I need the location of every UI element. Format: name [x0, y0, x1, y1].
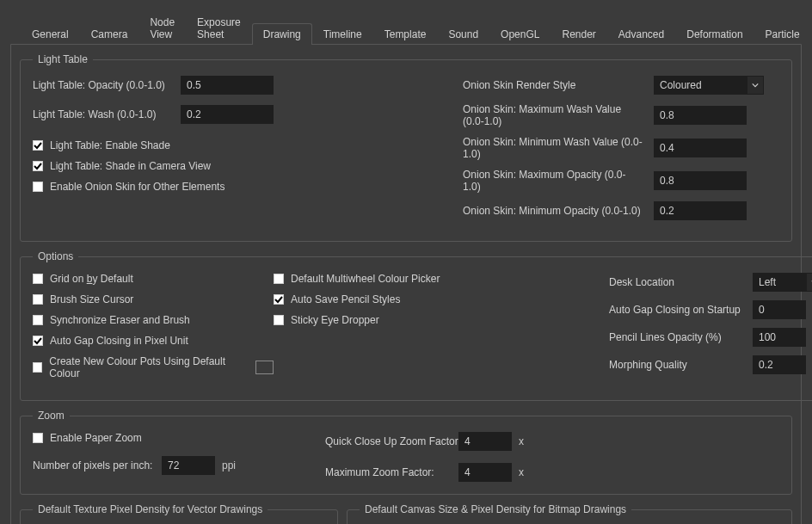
max-zoom-unit: x — [519, 466, 524, 478]
checkbox-icon — [274, 315, 284, 325]
sticky-eye-checkbox[interactable]: Sticky Eye Dropper — [274, 314, 540, 326]
tab-template[interactable]: Template — [373, 23, 438, 45]
light-table-group: Light Table Light Table: Opacity (0.0-1.… — [20, 53, 792, 242]
onion-min-opacity-label: Onion Skin: Minimum Opacity (0.0-1.0) — [463, 205, 643, 217]
enable-paper-zoom-label: Enable Paper Zoom — [50, 432, 142, 444]
lt-enable-onion-other-label: Enable Onion Skin for Other Elements — [50, 181, 225, 193]
grid-default-checkbox[interactable]: Grid on by Default — [33, 273, 274, 285]
checkbox-icon — [33, 315, 43, 325]
bitmap-defaults-legend: Default Canvas Size & Pixel Density for … — [360, 503, 631, 515]
auto-gap-startup-label: Auto Gap Closing on Startup — [609, 304, 744, 316]
lt-shade-cam-label: Light Table: Shade in Camera View — [50, 160, 211, 172]
autosave-pencil-checkbox[interactable]: Auto Save Pencil Styles — [274, 293, 540, 305]
lt-wash-label: Light Table: Wash (0.0-1.0) — [33, 108, 169, 120]
quick-zoom-unit: x — [519, 435, 524, 447]
tab-timeline[interactable]: Timeline — [312, 23, 373, 45]
onion-render-style-select[interactable]: Coloured — [654, 76, 747, 95]
morph-quality-label: Morphing Quality — [609, 359, 744, 371]
options-group: Options Grid on by Default Brush Size Cu… — [20, 250, 812, 401]
default-colour-swatch[interactable] — [255, 361, 274, 374]
tab-particle[interactable]: Particle — [754, 23, 811, 45]
onion-max-wash-label: Onion Skin: Maximum Wash Value (0.0-1.0) — [463, 103, 643, 127]
onion-max-wash-input[interactable] — [654, 106, 747, 125]
new-pots-checkbox[interactable]: Create New Colour Pots Using Default Col… — [33, 355, 274, 379]
auto-gap-startup-input[interactable] — [753, 300, 806, 319]
tab-drawing[interactable]: Drawing — [252, 23, 312, 45]
options-legend: Options — [33, 250, 78, 262]
grid-default-label: Grid on by Default — [50, 273, 133, 285]
enable-paper-zoom-checkbox[interactable]: Enable Paper Zoom — [33, 432, 325, 444]
autosave-pencil-label: Auto Save Pencil Styles — [291, 293, 400, 305]
zoom-group: Zoom Enable Paper Zoom Number of pixels … — [20, 410, 792, 495]
zoom-legend: Zoom — [33, 410, 70, 422]
lt-enable-onion-other-checkbox[interactable]: Enable Onion Skin for Other Elements — [33, 181, 463, 193]
lt-opacity-label: Light Table: Opacity (0.0-1.0) — [33, 79, 169, 91]
tab-node-view[interactable]: Node View — [138, 11, 186, 45]
sync-eraser-checkbox[interactable]: Synchronize Eraser and Brush — [33, 314, 274, 326]
tab-render[interactable]: Render — [551, 23, 606, 45]
pencil-opacity-input[interactable] — [753, 328, 806, 347]
auto-gap-pixel-checkbox[interactable]: Auto Gap Closing in Pixel Unit — [33, 335, 274, 347]
onion-min-opacity-input[interactable] — [654, 201, 747, 220]
bitmap-defaults-group: Default Canvas Size & Pixel Density for … — [347, 503, 792, 524]
lt-enable-shade-label: Light Table: Enable Shade — [50, 139, 170, 151]
checkbox-icon — [33, 182, 43, 192]
brush-cursor-checkbox[interactable]: Brush Size Cursor — [33, 293, 274, 305]
max-zoom-label: Maximum Zoom Factor: — [325, 466, 458, 478]
lt-shade-cam-checkbox[interactable]: Light Table: Shade in Camera View — [33, 160, 463, 172]
lt-opacity-input[interactable] — [181, 76, 274, 95]
desk-location-label: Desk Location — [609, 276, 744, 288]
checkbox-icon — [33, 161, 43, 171]
multiwheel-checkbox[interactable]: Default Multiwheel Colour Picker — [274, 273, 540, 285]
tab-advanced[interactable]: Advanced — [607, 23, 675, 45]
checkbox-icon — [33, 294, 43, 305]
tab-opengl[interactable]: OpenGL — [489, 23, 551, 45]
ppi-input[interactable] — [162, 456, 215, 475]
tab-deformation[interactable]: Deformation — [675, 23, 754, 45]
tab-sound[interactable]: Sound — [437, 23, 489, 45]
onion-render-style-label: Onion Skin Render Style — [463, 79, 643, 91]
quick-zoom-label: Quick Close Up Zoom Factor — [325, 435, 458, 447]
sync-eraser-label: Synchronize Eraser and Brush — [50, 314, 190, 326]
checkbox-icon — [33, 433, 43, 443]
checkbox-icon — [33, 140, 43, 151]
morph-quality-input[interactable] — [753, 355, 806, 374]
auto-gap-pixel-label: Auto Gap Closing in Pixel Unit — [50, 335, 188, 347]
checkbox-icon — [274, 274, 284, 284]
chevron-down-icon[interactable] — [747, 76, 764, 95]
max-zoom-input[interactable] — [458, 463, 512, 482]
chevron-down-icon[interactable] — [806, 273, 812, 292]
checkbox-icon — [33, 362, 42, 373]
onion-max-opacity-label: Onion Skin: Maximum Opacity (0.0-1.0) — [463, 169, 643, 193]
desk-location-select[interactable]: Left — [753, 273, 806, 292]
ppi-label: Number of pixels per inch: — [33, 459, 162, 472]
sticky-eye-label: Sticky Eye Dropper — [291, 314, 379, 326]
tab-general[interactable]: General — [21, 23, 80, 45]
vector-density-legend: Default Texture Pixel Density for Vector… — [33, 503, 268, 515]
checkbox-icon — [33, 274, 43, 284]
onion-render-style-value: Coloured — [660, 79, 702, 91]
light-table-legend: Light Table — [33, 53, 93, 65]
ppi-unit: ppi — [222, 459, 236, 472]
tab-camera[interactable]: Camera — [80, 23, 139, 45]
brush-cursor-label: Brush Size Cursor — [50, 293, 133, 305]
vector-density-group: Default Texture Pixel Density for Vector… — [20, 503, 338, 524]
onion-min-wash-input[interactable] — [654, 139, 747, 157]
quick-zoom-input[interactable] — [458, 432, 512, 451]
multiwheel-label: Default Multiwheel Colour Picker — [291, 273, 440, 285]
tab-bar: General Camera Node View Exposure Sheet … — [10, 10, 802, 44]
onion-max-opacity-input[interactable] — [654, 171, 747, 190]
desk-location-value: Left — [759, 276, 776, 288]
new-pots-label: Create New Colour Pots Using Default Col… — [49, 355, 243, 379]
onion-min-wash-label: Onion Skin: Minimum Wash Value (0.0-1.0) — [463, 136, 643, 160]
checkbox-icon — [274, 294, 284, 305]
lt-wash-input[interactable] — [181, 105, 274, 124]
tab-exposure-sheet[interactable]: Exposure Sheet — [186, 11, 252, 45]
pencil-opacity-label: Pencil Lines Opacity (%) — [609, 331, 744, 343]
checkbox-icon — [33, 336, 43, 346]
lt-enable-shade-checkbox[interactable]: Light Table: Enable Shade — [33, 139, 463, 151]
drawing-panel: Light Table Light Table: Opacity (0.0-1.… — [10, 44, 802, 524]
